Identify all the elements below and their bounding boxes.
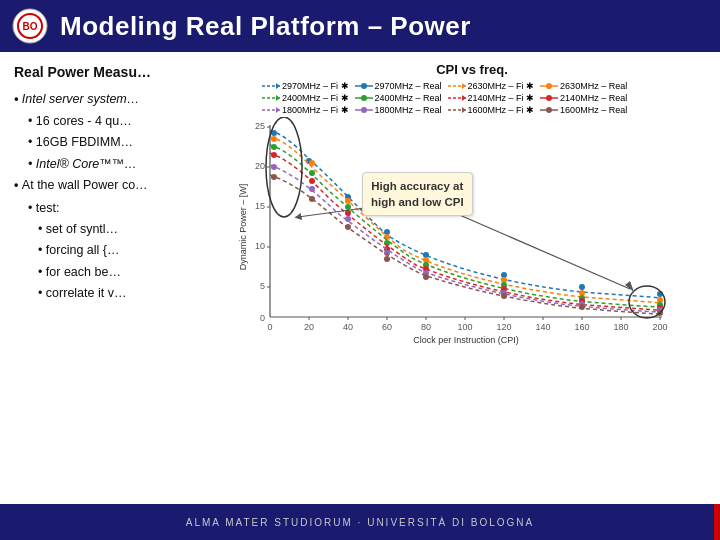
footer-text: ALMA MATER STUDIORUM · UNIVERSITÀ DI BOL… (186, 517, 534, 528)
legend-2970real: 2970MHz – Real (355, 81, 442, 91)
svg-point-14 (361, 95, 367, 101)
svg-text:BO: BO (23, 21, 38, 32)
svg-text:140: 140 (535, 322, 550, 332)
svg-point-107 (423, 274, 429, 280)
footer-red-bar (714, 504, 720, 540)
svg-text:Dynamic Power – [W]: Dynamic Power – [W] (238, 184, 248, 271)
svg-point-97 (345, 216, 351, 222)
svg-point-72 (309, 160, 315, 166)
svg-point-18 (546, 95, 552, 101)
bullet-correlate: correlate it v… (38, 284, 224, 303)
left-column: Real Power Measu… Intel server system… 1… (14, 62, 224, 494)
svg-point-26 (546, 107, 552, 113)
svg-point-104 (309, 196, 315, 202)
main-content: Real Power Measu… Intel server system… 1… (0, 52, 720, 504)
legend-1600fi: 1600MHz – Fi ✱ (448, 105, 535, 115)
chart-area: CPI vs freq. 2970MHz – Fi ✱ 2970MHz – Re… (224, 62, 712, 494)
svg-text:10: 10 (255, 241, 265, 251)
svg-point-95 (271, 164, 277, 170)
svg-point-87 (271, 152, 277, 158)
bullet-synth: set of syntl… (38, 220, 224, 239)
svg-marker-16 (462, 95, 466, 101)
svg-point-71 (271, 136, 277, 142)
svg-point-80 (309, 170, 315, 176)
svg-point-108 (501, 293, 507, 299)
chart-container: CPI vs freq. 2970MHz – Fi ✱ 2970MHz – Re… (232, 62, 712, 382)
svg-point-96 (309, 186, 315, 192)
legend-2630real: 2630MHz – Real (540, 81, 627, 91)
svg-marker-8 (462, 83, 466, 89)
bullet-intel: Intel server system… (14, 90, 224, 109)
bullet-cores: 16 cores - 4 qu… (28, 112, 224, 131)
svg-point-79 (271, 144, 277, 150)
bullet-forcing: forcing all {… (38, 241, 224, 260)
svg-text:180: 180 (613, 322, 628, 332)
legend-2140fi: 2140MHz – Fi ✱ (448, 93, 535, 103)
svg-point-73 (345, 198, 351, 204)
svg-point-89 (345, 210, 351, 216)
header: BO Modeling Real Platform – Power (0, 0, 720, 52)
svg-marker-4 (276, 83, 280, 89)
bullet-ram: 16GB FBDIMM… (28, 133, 224, 152)
annotation-high-accuracy: High accuracy at high and low CPI (362, 172, 473, 216)
svg-text:40: 40 (343, 322, 353, 332)
svg-point-81 (345, 204, 351, 210)
svg-text:0: 0 (260, 313, 265, 323)
chart-svg: 25 20 15 10 5 0 0 20 40 60 (232, 117, 672, 347)
svg-marker-20 (276, 107, 280, 113)
svg-point-88 (309, 178, 315, 184)
bullet-foreach: for each be… (38, 263, 224, 282)
svg-text:0: 0 (267, 322, 272, 332)
legend-1800real: 1800MHz – Real (355, 105, 442, 115)
chart-legend: 2970MHz – Fi ✱ 2970MHz – Real 2630MHz – … (232, 81, 712, 115)
svg-text:20: 20 (255, 161, 265, 171)
legend-2970fi: 2970MHz – Fi ✱ (262, 81, 349, 91)
svg-marker-12 (276, 95, 280, 101)
svg-text:15: 15 (255, 201, 265, 211)
svg-text:160: 160 (574, 322, 589, 332)
legend-2140real: 2140MHz – Real (540, 93, 627, 103)
bullet-test: test: (28, 199, 224, 218)
svg-text:80: 80 (421, 322, 431, 332)
svg-text:200: 200 (652, 322, 667, 332)
svg-point-69 (579, 284, 585, 290)
svg-point-105 (345, 224, 351, 230)
svg-text:120: 120 (496, 322, 511, 332)
legend-2400fi: 2400MHz – Fi ✱ (262, 93, 349, 103)
svg-text:Clock per Instruction (CPI): Clock per Instruction (CPI) (413, 335, 519, 345)
svg-point-106 (384, 256, 390, 262)
svg-text:20: 20 (304, 322, 314, 332)
university-logo-icon: BO (12, 8, 48, 44)
legend-2400real: 2400MHz – Real (355, 93, 442, 103)
legend-1600real: 1600MHz – Real (540, 105, 627, 115)
page-title: Modeling Real Platform – Power (60, 11, 471, 42)
chart-title: CPI vs freq. (232, 62, 712, 77)
svg-point-10 (546, 83, 552, 89)
svg-text:25: 25 (255, 121, 265, 131)
legend-1800fi: 1800MHz – Fi ✱ (262, 105, 349, 115)
section-title: Real Power Measu… (14, 62, 224, 84)
svg-text:60: 60 (382, 322, 392, 332)
chart-plot: 25 20 15 10 5 0 0 20 40 60 (232, 117, 712, 407)
svg-point-6 (361, 83, 367, 89)
svg-marker-24 (462, 107, 466, 113)
svg-point-22 (361, 107, 367, 113)
svg-point-109 (579, 304, 585, 310)
legend-2630fi: 2630MHz – Fi ✱ (448, 81, 535, 91)
svg-text:100: 100 (457, 322, 472, 332)
bullet-atwall: At the wall Power co… (14, 176, 224, 195)
svg-text:5: 5 (260, 281, 265, 291)
footer: ALMA MATER STUDIORUM · UNIVERSITÀ DI BOL… (0, 504, 720, 540)
svg-point-103 (271, 174, 277, 180)
bullet-core: Intel® Core™™… (28, 155, 224, 174)
